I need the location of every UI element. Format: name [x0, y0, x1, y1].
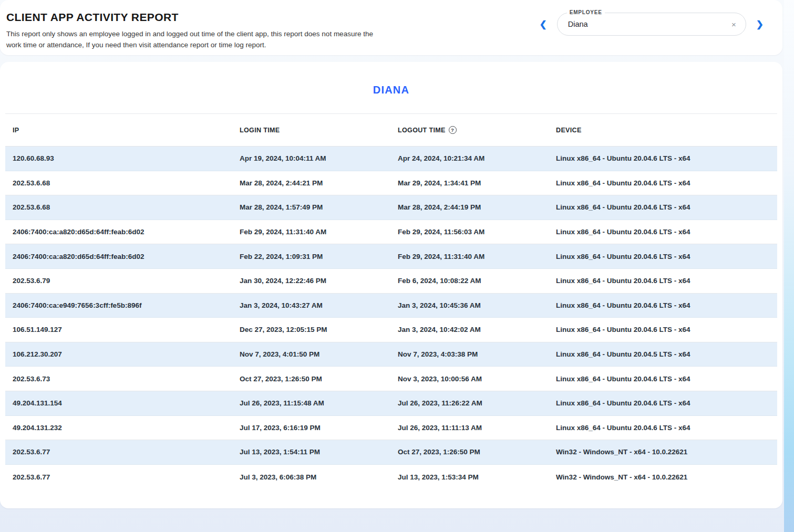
cell-device: Linux x86_64 - Ubuntu 20.04.6 LTS - x64	[549, 253, 777, 260]
cell-logout-time: Jan 3, 2024, 10:42:02 AM	[390, 326, 549, 333]
cell-login-time: Feb 29, 2024, 11:31:40 AM	[232, 228, 390, 236]
table-row: 106.212.30.207 Nov 7, 2023, 4:01:50 PM N…	[5, 342, 777, 367]
cell-device: Linux x86_64 - Ubuntu 20.04.6 LTS - x64	[549, 326, 777, 333]
table-row: 202.53.6.77 Jul 13, 2023, 1:54:11 PM Oct…	[5, 440, 777, 465]
table-header-row: IP LOGIN TIME LOGOUT TIME ? DEVICE	[5, 114, 777, 147]
cell-device: Linux x86_64 - Ubuntu 20.04.6 LTS - x64	[549, 154, 777, 162]
table-row: 202.53.6.77 Jul 3, 2023, 6:06:38 PM Jul …	[5, 465, 777, 489]
cell-logout-time: Jul 26, 2023, 11:11:13 AM	[390, 424, 549, 432]
table-row: 49.204.131.154 Jul 26, 2023, 11:15:48 AM…	[5, 391, 777, 416]
cell-device: Linux x86_64 - Ubuntu 20.04.6 LTS - x64	[549, 375, 777, 383]
cell-logout-time: Jul 13, 2023, 1:53:34 PM	[390, 473, 549, 481]
employee-select-field[interactable]: EMPLOYEE ×	[557, 13, 746, 36]
chevron-right-icon: ❯	[756, 19, 764, 29]
activity-report-card: DIANA IP LOGIN TIME LOGOUT TIME ? DEVICE…	[0, 62, 782, 508]
cell-login-time: Jan 3, 2024, 10:43:27 AM	[232, 301, 390, 309]
cell-logout-time: Feb 29, 2024, 11:56:03 AM	[390, 228, 549, 236]
cell-login-time: Jul 26, 2023, 11:15:48 AM	[232, 399, 390, 407]
column-header-login-time: LOGIN TIME	[232, 127, 390, 134]
cell-login-time: Jan 30, 2024, 12:22:46 PM	[232, 277, 390, 285]
cell-logout-time: Mar 28, 2024, 2:44:19 PM	[390, 203, 549, 211]
cell-ip: 106.212.30.207	[5, 350, 232, 358]
cell-device: Linux x86_64 - Ubuntu 20.04.6 LTS - x64	[549, 301, 777, 309]
previous-employee-button[interactable]: ❮	[539, 19, 548, 30]
cell-ip: 106.51.149.127	[5, 326, 232, 333]
clear-employee-button[interactable]: ×	[728, 20, 746, 28]
table-row: 202.53.6.68 Mar 28, 2024, 1:57:49 PM Mar…	[5, 195, 777, 220]
employee-name-heading: DIANA	[0, 84, 782, 96]
column-header-logout-time: LOGOUT TIME ?	[390, 126, 549, 134]
page-title: CLIENT APP ACTIVITY REPORT	[6, 11, 388, 24]
cell-ip: 2406:7400:ca:a820:d65d:64ff:feab:6d02	[5, 228, 232, 236]
cell-logout-time: Nov 3, 2023, 10:00:56 AM	[390, 375, 549, 383]
cell-logout-time: Apr 24, 2024, 10:21:34 AM	[390, 154, 549, 162]
cell-logout-time: Mar 29, 2024, 1:34:41 PM	[390, 179, 549, 187]
table-row: 2406:7400:ca:a820:d65d:64ff:feab:6d02 Fe…	[5, 220, 777, 245]
employee-field-label: EMPLOYEE	[567, 9, 605, 15]
cell-device: Linux x86_64 - Ubuntu 20.04.6 LTS - x64	[549, 203, 777, 211]
cell-ip: 49.204.131.232	[5, 424, 232, 432]
activity-table-body: 120.60.68.93 Apr 19, 2024, 10:04:11 AM A…	[5, 147, 777, 489]
cell-login-time: Oct 27, 2023, 1:26:50 PM	[232, 375, 390, 383]
table-row: 202.53.6.73 Oct 27, 2023, 1:26:50 PM Nov…	[5, 367, 777, 391]
table-row: 49.204.131.232 Jul 17, 2023, 6:16:19 PM …	[5, 416, 777, 441]
cell-device: Linux x86_64 - Ubuntu 20.04.6 LTS - x64	[549, 228, 777, 236]
close-icon: ×	[731, 20, 736, 29]
cell-login-time: Mar 28, 2024, 2:44:21 PM	[232, 179, 390, 187]
chevron-left-icon: ❮	[540, 19, 547, 29]
employee-navigator: ❮ EMPLOYEE × ❯	[539, 13, 765, 36]
cell-device: Linux x86_64 - Ubuntu 20.04.5 LTS - x64	[549, 350, 777, 358]
cell-ip: 202.53.6.68	[5, 179, 232, 187]
table-row: 106.51.149.127 Dec 27, 2023, 12:05:15 PM…	[5, 318, 777, 342]
cell-login-time: Mar 28, 2024, 1:57:49 PM	[232, 203, 390, 211]
cell-logout-time: Feb 6, 2024, 10:08:22 AM	[390, 277, 549, 285]
background-gradient-strip	[784, 0, 794, 532]
cell-device: Win32 - Windows_NT - x64 - 10.0.22621	[549, 448, 777, 456]
page-description: This report only shows an employee logge…	[6, 28, 388, 50]
cell-login-time: Feb 22, 2024, 1:09:31 PM	[232, 253, 390, 260]
cell-login-time: Apr 19, 2024, 10:04:11 AM	[232, 154, 390, 162]
cell-ip: 120.60.68.93	[5, 154, 232, 162]
table-row: 120.60.68.93 Apr 19, 2024, 10:04:11 AM A…	[5, 147, 777, 171]
cell-logout-time: Oct 27, 2023, 1:26:50 PM	[390, 448, 549, 456]
cell-logout-time: Jul 26, 2023, 11:26:22 AM	[390, 399, 549, 407]
cell-device: Linux x86_64 - Ubuntu 20.04.6 LTS - x64	[549, 179, 777, 187]
report-header-text: CLIENT APP ACTIVITY REPORT This report o…	[6, 11, 388, 50]
help-circle-icon[interactable]: ?	[449, 126, 457, 134]
employee-input[interactable]	[558, 20, 728, 28]
cell-ip: 202.53.6.77	[5, 473, 232, 481]
cell-ip: 49.204.131.154	[5, 399, 232, 407]
cell-login-time: Jul 13, 2023, 1:54:11 PM	[232, 448, 390, 456]
cell-ip: 202.53.6.77	[5, 448, 232, 456]
table-row: 2406:7400:ca:e949:7656:3cff:fe5b:896f Ja…	[5, 294, 777, 318]
table-row: 202.53.6.79 Jan 30, 2024, 12:22:46 PM Fe…	[5, 269, 777, 294]
report-header-card: CLIENT APP ACTIVITY REPORT This report o…	[0, 0, 782, 55]
cell-login-time: Jul 3, 2023, 6:06:38 PM	[232, 473, 390, 481]
cell-ip: 2406:7400:ca:e949:7656:3cff:fe5b:896f	[5, 301, 232, 309]
column-header-ip: IP	[5, 127, 232, 134]
cell-login-time: Jul 17, 2023, 6:16:19 PM	[232, 424, 390, 432]
table-row: 2406:7400:ca:a820:d65d:64ff:feab:6d02 Fe…	[5, 244, 777, 269]
table-row: 202.53.6.68 Mar 28, 2024, 2:44:21 PM Mar…	[5, 171, 777, 196]
cell-logout-time: Jan 3, 2024, 10:45:36 AM	[390, 301, 549, 309]
cell-ip: 2406:7400:ca:a820:d65d:64ff:feab:6d02	[5, 253, 232, 260]
cell-device: Win32 - Windows_NT - x64 - 10.0.22621	[549, 473, 777, 481]
cell-device: Linux x86_64 - Ubuntu 20.04.6 LTS - x64	[549, 424, 777, 432]
cell-logout-time: Feb 29, 2024, 11:31:40 AM	[390, 253, 549, 260]
cell-ip: 202.53.6.79	[5, 277, 232, 285]
cell-ip: 202.53.6.73	[5, 375, 232, 383]
cell-logout-time: Nov 7, 2023, 4:03:38 PM	[390, 350, 549, 358]
cell-device: Linux x86_64 - Ubuntu 20.04.6 LTS - x64	[549, 399, 777, 407]
column-header-device: DEVICE	[549, 127, 777, 134]
cell-login-time: Dec 27, 2023, 12:05:15 PM	[232, 326, 390, 333]
cell-device: Linux x86_64 - Ubuntu 20.04.6 LTS - x64	[549, 277, 777, 285]
cell-login-time: Nov 7, 2023, 4:01:50 PM	[232, 350, 390, 358]
next-employee-button[interactable]: ❯	[755, 19, 765, 30]
cell-ip: 202.53.6.68	[5, 203, 232, 211]
activity-table: IP LOGIN TIME LOGOUT TIME ? DEVICE 120.6…	[5, 114, 777, 489]
